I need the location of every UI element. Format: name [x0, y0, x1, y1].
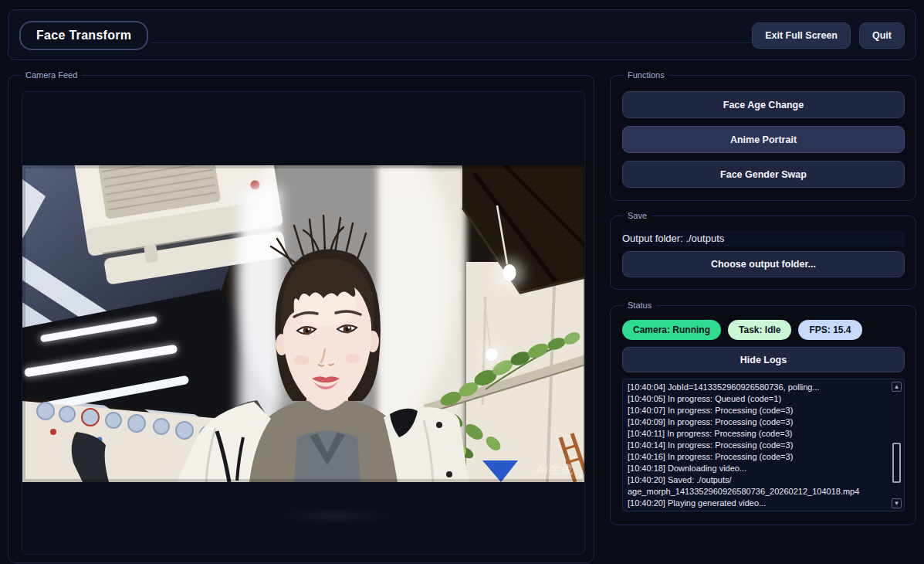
letterbox-smudge [277, 508, 393, 525]
camera-status-badge: Camera: Running [622, 320, 721, 340]
face-gender-swap-button[interactable]: Face Gender Swap [622, 161, 905, 188]
log-line: [10:40:16] In progress: Processing (code… [628, 451, 888, 463]
anime-portrait-button[interactable]: Anime Portrait [622, 126, 905, 153]
scroll-down-icon[interactable]: ▼ [892, 498, 902, 508]
log-line: [10:40:18] Downloading video... [628, 463, 888, 474]
status-legend: Status [623, 300, 656, 311]
save-legend: Save [623, 210, 652, 222]
log-line: [10:40:11] In progress: Processing (code… [628, 428, 888, 440]
log-line: [10:40:20] Playing generated video... [628, 498, 888, 509]
status-badges: Camera: Running Task: Idle FPS: 15.4 [622, 320, 862, 340]
ai-watermark: AI生成 [536, 463, 574, 477]
app-title: Face Transform [19, 21, 148, 50]
log-line: age_morph_1413352960926580736_20260212_1… [628, 486, 888, 498]
quit-button[interactable]: Quit [859, 22, 905, 49]
output-folder-label: Output folder: ./outputs [622, 230, 905, 246]
status-panel: Status Camera: Running Task: Idle FPS: 1… [610, 305, 916, 525]
fps-badge: FPS: 15.4 [798, 320, 861, 340]
camera-canvas: AI生成 [22, 91, 585, 555]
camera-video: AI生成 [22, 165, 585, 482]
scrollbar-thumb[interactable] [892, 443, 901, 483]
choose-output-folder-button[interactable]: Choose output folder... [622, 251, 905, 277]
app-window: Face Transform Exit Full Screen Quit Cam… [0, 0, 924, 564]
hide-logs-button[interactable]: Hide Logs [622, 347, 905, 372]
header-divider [152, 42, 763, 43]
scroll-up-icon[interactable]: ▲ [892, 382, 902, 392]
app-title-text: Face Transform [36, 29, 131, 42]
log-line: [10:40:09] In progress: Processing (code… [628, 416, 888, 428]
log-line: [10:40:05] In progress: Queued (code=1) [628, 393, 888, 405]
camera-feed-panel: Camera Feed [8, 75, 594, 563]
functions-legend: Functions [623, 70, 669, 81]
save-panel: Save Output folder: ./outputs Choose out… [610, 216, 916, 290]
camera-video-frame [22, 165, 585, 482]
log-line: [10:40:14] In progress: Processing (code… [628, 440, 888, 451]
task-status-badge: Task: Idle [728, 320, 791, 340]
header: Face Transform Exit Full Screen Quit [8, 9, 916, 60]
log-line: [10:40:07] In progress: Processing (code… [628, 405, 888, 416]
log-output[interactable]: [10:40:04] JobId=1413352960926580736, po… [622, 379, 905, 511]
functions-panel: Functions Face Age Change Anime Portrait… [610, 75, 916, 201]
header-buttons: Exit Full Screen Quit [752, 22, 905, 49]
log-line: [10:40:20] Saved: ./outputs/ [628, 474, 888, 486]
log-line: [10:40:04] JobId=1413352960926580736, po… [628, 382, 888, 393]
face-age-change-button[interactable]: Face Age Change [622, 91, 905, 118]
exit-fullscreen-button[interactable]: Exit Full Screen [752, 22, 851, 49]
camera-feed-legend: Camera Feed [21, 70, 82, 81]
